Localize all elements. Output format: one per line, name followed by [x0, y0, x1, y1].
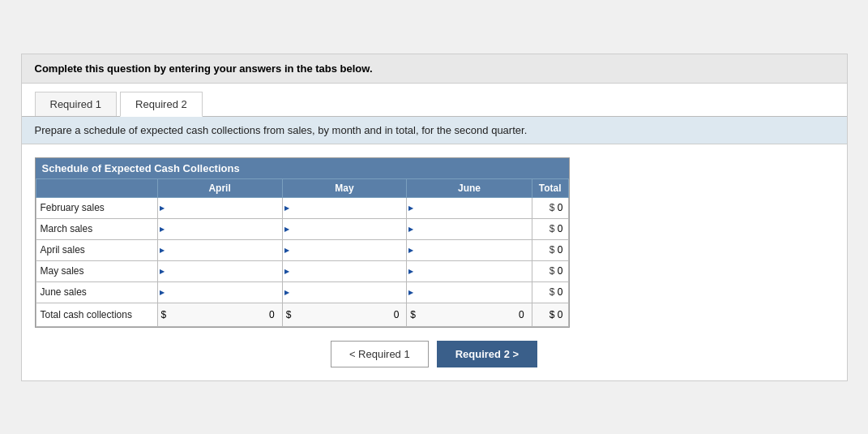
- content-area: Schedule of Expected Cash Collections Ap…: [22, 144, 847, 380]
- col-header-june: June: [407, 178, 532, 197]
- cell-april: [157, 218, 282, 239]
- input-april-row2[interactable]: [158, 240, 282, 260]
- col-header-label: [36, 178, 157, 197]
- col-header-may: May: [282, 178, 407, 197]
- tab-required2[interactable]: Required 2: [120, 92, 203, 117]
- col-header-april: April: [157, 178, 282, 197]
- buttons-row: < Required 1 Required 2 >: [35, 341, 834, 367]
- input-april-row3[interactable]: [158, 261, 282, 281]
- input-june-row0[interactable]: [407, 198, 531, 218]
- row-label: March sales: [36, 218, 157, 239]
- cell-june: [407, 197, 532, 218]
- row-label: May sales: [36, 260, 157, 281]
- table-row: February sales$ 0: [36, 197, 568, 218]
- cell-may: [282, 197, 407, 218]
- total-total-cell: $ 0: [532, 303, 568, 326]
- cell-april: [157, 239, 282, 260]
- input-june-row3[interactable]: [407, 261, 531, 281]
- input-may-row1[interactable]: [283, 219, 407, 239]
- cell-may: [282, 281, 407, 303]
- input-april-row1[interactable]: [158, 219, 282, 239]
- total-input-april[interactable]: [169, 305, 279, 324]
- cell-june: [407, 281, 532, 303]
- input-june-row4[interactable]: [407, 282, 531, 303]
- description-text: Prepare a schedule of expected cash coll…: [35, 124, 528, 136]
- cell-april: [157, 197, 282, 218]
- input-april-row0[interactable]: [158, 198, 282, 218]
- total-input-june[interactable]: [418, 305, 528, 324]
- table-row: June sales$ 0: [36, 281, 568, 303]
- cell-april: [157, 260, 282, 281]
- cell-may: [282, 239, 407, 260]
- input-june-row1[interactable]: [407, 219, 531, 239]
- cell-total: $ 0: [532, 239, 568, 260]
- total-input-may[interactable]: [293, 305, 403, 324]
- cell-total: $ 0: [532, 281, 568, 303]
- cell-total: $ 0: [532, 197, 568, 218]
- cell-june: [407, 260, 532, 281]
- schedule-table: Schedule of Expected Cash Collections Ap…: [35, 157, 570, 328]
- cell-june: [407, 239, 532, 260]
- table-row: May sales$ 0: [36, 260, 568, 281]
- input-april-row4[interactable]: [158, 282, 282, 303]
- cell-april: [157, 281, 282, 303]
- dollar-sign: $: [410, 309, 416, 320]
- cell-june: [407, 218, 532, 239]
- input-june-row2[interactable]: [407, 240, 531, 260]
- row-label: June sales: [36, 281, 157, 303]
- table-row: March sales$ 0: [36, 218, 568, 239]
- cell-may: [282, 218, 407, 239]
- input-may-row0[interactable]: [283, 198, 407, 218]
- total-cell-april: $: [157, 303, 282, 326]
- description-bar: Prepare a schedule of expected cash coll…: [22, 117, 847, 144]
- table-row: April sales$ 0: [36, 239, 568, 260]
- cell-may: [282, 260, 407, 281]
- input-may-row3[interactable]: [283, 261, 407, 281]
- total-cell-may: $: [282, 303, 407, 326]
- input-may-row4[interactable]: [283, 282, 407, 303]
- total-row: Total cash collections$$$$ 0: [36, 303, 568, 326]
- cell-total: $ 0: [532, 260, 568, 281]
- instruction-bar: Complete this question by entering your …: [22, 54, 847, 84]
- total-row-label: Total cash collections: [36, 303, 157, 326]
- row-label: April sales: [36, 239, 157, 260]
- required1-button[interactable]: < Required 1: [331, 341, 429, 367]
- total-cell-june: $: [407, 303, 532, 326]
- row-label: February sales: [36, 197, 157, 218]
- tabs-area: Required 1 Required 2: [22, 84, 847, 117]
- tab-required1[interactable]: Required 1: [35, 92, 118, 116]
- col-header-total: Total: [532, 178, 568, 197]
- instruction-text: Complete this question by entering your …: [35, 62, 373, 75]
- schedule-title: Schedule of Expected Cash Collections: [36, 158, 569, 178]
- required2-button[interactable]: Required 2 >: [437, 341, 537, 367]
- dollar-sign: $: [286, 309, 292, 320]
- dollar-sign: $: [161, 309, 167, 320]
- input-may-row2[interactable]: [283, 240, 407, 260]
- cell-total: $ 0: [532, 218, 568, 239]
